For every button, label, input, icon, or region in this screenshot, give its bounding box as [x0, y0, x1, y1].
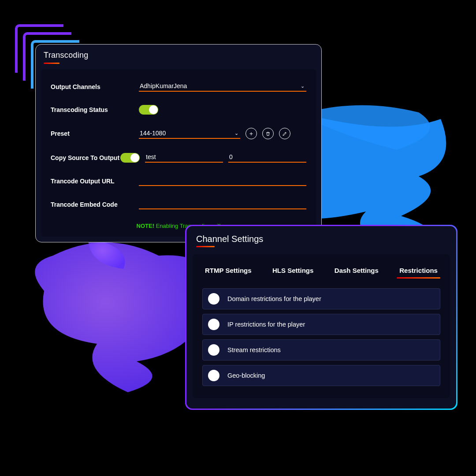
copy-source-number-input[interactable] — [228, 152, 306, 163]
radio-icon — [208, 370, 219, 381]
pencil-icon — [282, 131, 287, 137]
label-copy-source: Copy Source To Output — [51, 154, 120, 161]
trash-icon — [265, 131, 271, 137]
row-embed-code: Trancode Embed Code — [51, 199, 306, 209]
option-label: Stream restrictions — [227, 346, 281, 353]
transcoding-panel: Transcoding Output Channels ⌄ Transcodin… — [35, 44, 322, 242]
title-underline — [44, 63, 60, 64]
edit-preset-button[interactable] — [279, 128, 290, 139]
row-output-channels: Output Channels ⌄ — [51, 82, 306, 92]
label-output-channels: Output Channels — [51, 83, 139, 90]
add-preset-button[interactable] — [245, 128, 257, 139]
row-transcoding-status: Transcoding Status — [51, 105, 306, 115]
title-underline — [196, 246, 215, 247]
output-channels-select[interactable] — [139, 82, 306, 92]
copy-source-text-input[interactable] — [145, 152, 223, 163]
copy-source-toggle[interactable] — [120, 153, 140, 163]
transcoding-title: Transcoding — [36, 51, 321, 63]
radio-icon — [208, 344, 219, 356]
transcoding-status-toggle[interactable] — [139, 105, 158, 115]
row-copy-source: Copy Source To Output — [51, 152, 306, 163]
option-stream-restrictions[interactable]: Stream restrictions — [202, 339, 440, 361]
preset-select[interactable] — [139, 129, 240, 139]
label-transcoding-status: Transcoding Status — [51, 106, 139, 113]
option-domain-restrictions[interactable]: Domain restrictions for the player — [202, 288, 440, 309]
row-preset: Preset ⌄ — [51, 128, 306, 139]
note-bold: NOTE! — [137, 223, 154, 229]
row-output-url: Trancode Output URL — [51, 176, 306, 186]
label-output-url: Trancode Output URL — [51, 178, 139, 185]
option-label: Domain restrictions for the player — [227, 295, 321, 302]
channel-settings-panel: Channel Settings RTMP Settings HLS Setti… — [185, 225, 457, 410]
channel-settings-title: Channel Settings — [186, 234, 456, 244]
option-label: Geo-blocking — [227, 372, 265, 379]
plus-icon — [249, 131, 254, 137]
transcoding-body: Output Channels ⌄ Transcoding Status Pre… — [41, 69, 316, 237]
option-ip-restrictions[interactable]: IP restrictions for the player — [202, 314, 440, 335]
tab-hls-settings[interactable]: HLS Settings — [270, 264, 316, 279]
toggle-knob — [149, 105, 158, 114]
option-geo-blocking[interactable]: Geo-blocking — [202, 365, 440, 386]
channel-settings-body: RTMP Settings HLS Settings Dash Settings… — [193, 254, 450, 398]
radio-icon — [208, 293, 219, 305]
radio-icon — [208, 319, 219, 330]
tab-restrictions[interactable]: Restrictions — [397, 264, 440, 279]
tab-dash-settings[interactable]: Dash Settings — [332, 264, 381, 279]
option-label: IP restrictions for the player — [227, 321, 305, 328]
label-preset: Preset — [51, 130, 139, 137]
label-embed-code: Trancode Embed Code — [51, 201, 139, 208]
toggle-knob — [130, 153, 139, 162]
embed-code-input[interactable] — [139, 199, 306, 209]
channel-tabs: RTMP Settings HLS Settings Dash Settings… — [202, 264, 440, 279]
tab-rtmp-settings[interactable]: RTMP Settings — [202, 264, 254, 279]
output-url-input[interactable] — [139, 176, 306, 186]
channel-settings-inner: Channel Settings RTMP Settings HLS Setti… — [186, 226, 456, 409]
delete-preset-button[interactable] — [262, 128, 274, 139]
